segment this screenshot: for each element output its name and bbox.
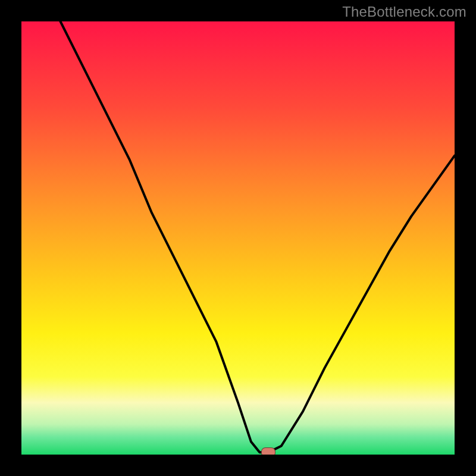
chart-container: TheBottleneck.com bbox=[0, 0, 476, 476]
watermark-text: TheBottleneck.com bbox=[342, 4, 466, 20]
selected-point-marker bbox=[261, 447, 275, 455]
bottleneck-curve bbox=[21, 21, 455, 455]
plot-area bbox=[21, 21, 455, 455]
